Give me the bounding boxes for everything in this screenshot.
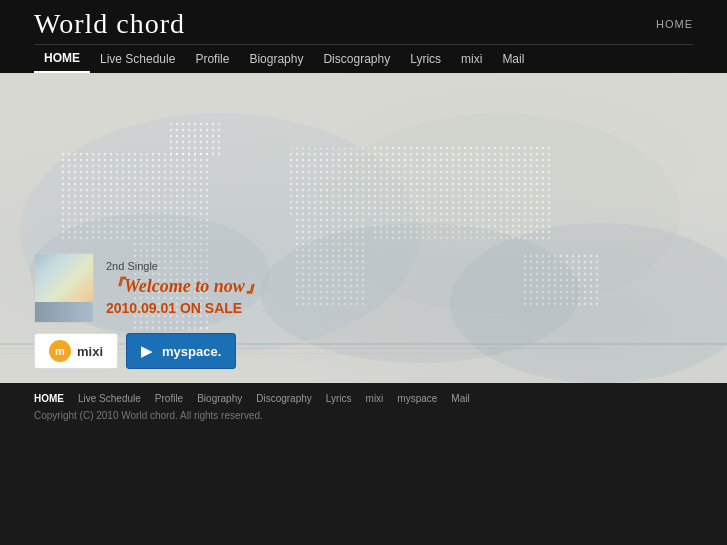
footer-nav-item-mail[interactable]: Mail [451,393,469,404]
footer-nav-item-discography[interactable]: Discography [256,393,312,404]
main-nav: HOMELive ScheduleProfileBiographyDiscogr… [34,44,693,73]
myspace-label: myspace. [162,344,221,359]
mixi-label: mixi [77,344,103,359]
footer-nav-item-mixi[interactable]: mixi [366,393,384,404]
nav-item-biography[interactable]: Biography [239,46,313,72]
promo-single-label: 2nd Single [106,260,263,272]
social-buttons: m mixi ▶ myspace. [34,333,236,369]
footer-nav-item-myspace[interactable]: myspace [397,393,437,404]
svg-rect-11 [170,123,220,158]
footer-nav-item-profile[interactable]: Profile [155,393,183,404]
myspace-icon: ▶ [141,343,152,359]
footer-area: HOMELive ScheduleProfileBiographyDiscogr… [0,383,727,431]
promo-banner: 2nd Single 『Welcome to now』 2010.09.01 O… [34,253,263,323]
nav-item-mail[interactable]: Mail [492,46,534,72]
copyright: Copyright (C) 2010 World chord. All righ… [34,410,693,421]
content-area: 2nd Single 『Welcome to now』 2010.09.01 O… [0,73,727,383]
nav-item-discography[interactable]: Discography [313,46,400,72]
site-title: World chord [34,8,185,40]
title-row: World chord HOME [34,8,693,44]
header-home-link[interactable]: HOME [656,18,693,30]
promo-title: 『Welcome to now』 [106,274,263,298]
nav-item-live-schedule[interactable]: Live Schedule [90,46,185,72]
footer-nav-item-lyrics[interactable]: Lyrics [326,393,352,404]
footer-nav-item-biography[interactable]: Biography [197,393,242,404]
promo-date: 2010.09.01 ON SALE [106,300,263,316]
promo-text: 2nd Single 『Welcome to now』 2010.09.01 O… [106,260,263,316]
nav-item-lyrics[interactable]: Lyrics [400,46,451,72]
myspace-button[interactable]: ▶ myspace. [126,333,236,369]
nav-item-profile[interactable]: Profile [185,46,239,72]
mixi-logo-icon: m [49,340,71,362]
header: World chord HOME HOMELive ScheduleProfil… [0,0,727,73]
nav-item-mixi[interactable]: mixi [451,46,492,72]
footer-nav-item-home[interactable]: HOME [34,393,64,404]
nav-item-home[interactable]: HOME [34,45,90,73]
footer-nav: HOMELive ScheduleProfileBiographyDiscogr… [34,393,693,404]
svg-point-13 [260,223,580,363]
mixi-button[interactable]: m mixi [34,333,118,369]
footer-nav-item-live-schedule[interactable]: Live Schedule [78,393,141,404]
svg-rect-6 [290,148,370,218]
album-art [34,253,94,323]
